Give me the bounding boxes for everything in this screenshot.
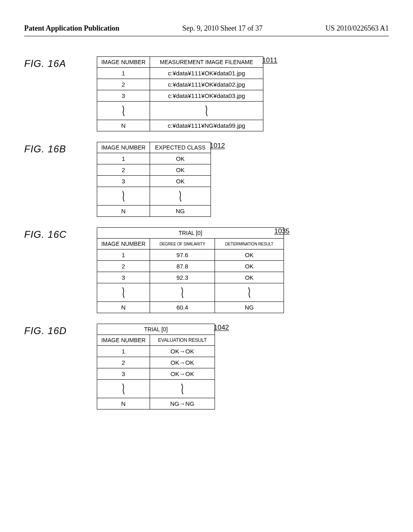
cell-similarity: 97.6 <box>150 249 215 261</box>
table-row: 3 OK→OK <box>97 368 215 380</box>
cell-class: OK <box>150 164 211 176</box>
cell-evaluation: OK→OK <box>150 346 215 357</box>
col-similarity: DEGREE OF SIMILARITY <box>150 239 215 249</box>
fig-16d-ref: 1042 <box>214 324 229 332</box>
fig-16a-table: IMAGE NUMBER MEASUREMENT IMAGE FILENAME … <box>97 56 263 131</box>
table-ellipsis-row <box>97 102 263 120</box>
table-ellipsis-row <box>97 187 211 206</box>
cell-similarity: 92.3 <box>150 272 215 283</box>
table-header-row: IMAGE NUMBER EXPECTED CLASS <box>97 142 211 153</box>
col-evaluation: EVALUATION RESULT <box>150 335 215 346</box>
cell-filename: c:¥data¥111¥OK¥data02.jpg <box>150 79 263 90</box>
fig-16b-label: FIG. 16B <box>24 142 97 155</box>
cell-number: 1 <box>97 249 150 261</box>
col-determination: DETERMINATION RESULT <box>215 239 284 249</box>
table-row: N NG <box>97 206 211 217</box>
ellipsis-icon <box>150 283 215 302</box>
cell-class: OK <box>150 153 211 164</box>
cell-similarity: 87.8 <box>150 261 215 272</box>
table-row: 2 OK→OK <box>97 357 215 368</box>
ellipsis-icon <box>97 102 150 120</box>
table-title: TRIAL [0] <box>97 228 284 239</box>
fig-16b-ref: 1012 <box>210 142 225 150</box>
cell-determination: OK <box>215 249 284 261</box>
cell-number: 3 <box>97 368 150 380</box>
cell-number: 3 <box>97 176 150 187</box>
table-row: 1 OK <box>97 153 211 164</box>
table-header-row: IMAGE NUMBER DEGREE OF SIMILARITY DETERM… <box>97 239 284 249</box>
table-title-row: TRIAL [0] <box>97 324 215 335</box>
cell-filename: c:¥data¥111¥OK¥data03.jpg <box>150 90 263 102</box>
fig-16a-table-wrap: 1011 IMAGE NUMBER MEASUREMENT IMAGE FILE… <box>97 56 263 131</box>
fig-16d-label: FIG. 16D <box>24 324 97 337</box>
table-row: 2 OK <box>97 164 211 176</box>
header-left: Patent Application Publication <box>24 24 119 33</box>
cell-number: N <box>97 398 150 409</box>
fig-16d-table: TRIAL [0] IMAGE NUMBER EVALUATION RESULT… <box>97 324 215 409</box>
fig-16b-table-wrap: 1012 IMAGE NUMBER EXPECTED CLASS 1 OK 2 … <box>97 142 211 217</box>
table-row: N NG→NG <box>97 398 215 409</box>
cell-similarity: 60.4 <box>150 302 215 313</box>
ellipsis-icon <box>150 102 263 120</box>
cell-evaluation: OK→OK <box>150 368 215 380</box>
cell-determination: NG <box>215 302 284 313</box>
table-row: N c:¥data¥111¥NG¥data99.jpg <box>97 120 263 131</box>
header-mid: Sep. 9, 2010 Sheet 17 of 37 <box>182 24 263 33</box>
table-ellipsis-row <box>97 283 284 302</box>
table-title-row: TRIAL [0] <box>97 228 284 239</box>
cell-number: 2 <box>97 79 150 90</box>
table-row: N 60.4 NG <box>97 302 284 313</box>
table-row: 3 92.3 OK <box>97 272 284 283</box>
table-row: 3 OK <box>97 176 211 187</box>
cell-number: 2 <box>97 164 150 176</box>
cell-number: 1 <box>97 68 150 79</box>
cell-class: NG <box>150 206 211 217</box>
fig-16c-table: TRIAL [0] IMAGE NUMBER DEGREE OF SIMILAR… <box>97 227 284 313</box>
fig-16c-label: FIG. 16C <box>24 227 97 240</box>
table-header-row: IMAGE NUMBER EVALUATION RESULT <box>97 335 215 346</box>
cell-evaluation: OK→OK <box>150 357 215 368</box>
ellipsis-icon <box>150 187 211 206</box>
table-row: 1 c:¥data¥111¥OK¥data01.jpg <box>97 68 263 79</box>
cell-number: N <box>97 206 150 217</box>
fig-16c-table-wrap: 1035 TRIAL [0] IMAGE NUMBER DEGREE OF SI… <box>97 227 284 313</box>
ellipsis-icon <box>97 283 150 302</box>
fig-16a-row: FIG. 16A 1011 IMAGE NUMBER MEASUREMENT I… <box>24 56 389 131</box>
table-row: 2 c:¥data¥111¥OK¥data02.jpg <box>97 79 263 90</box>
cell-number: 3 <box>97 90 150 102</box>
fig-16d-table-wrap: 1042 TRIAL [0] IMAGE NUMBER EVALUATION R… <box>97 324 215 409</box>
fig-16a-ref: 1011 <box>262 56 277 64</box>
table-row: 3 c:¥data¥111¥OK¥data03.jpg <box>97 90 263 102</box>
header-right: US 2010/0226563 A1 <box>325 24 389 33</box>
cell-filename: c:¥data¥111¥OK¥data01.jpg <box>150 68 263 79</box>
col-filename: MEASUREMENT IMAGE FILENAME <box>150 57 263 68</box>
cell-number: N <box>97 120 150 131</box>
cell-class: OK <box>150 176 211 187</box>
cell-number: N <box>97 302 150 313</box>
table-header-row: IMAGE NUMBER MEASUREMENT IMAGE FILENAME <box>97 57 263 68</box>
fig-16c-ref: 1035 <box>274 227 290 235</box>
col-image-number: IMAGE NUMBER <box>97 57 150 68</box>
table-row: 1 OK→OK <box>97 346 215 357</box>
col-image-number: IMAGE NUMBER <box>97 335 150 346</box>
ellipsis-icon <box>150 380 215 398</box>
cell-number: 1 <box>97 346 150 357</box>
cell-number: 2 <box>97 261 150 272</box>
table-ellipsis-row <box>97 380 215 398</box>
fig-16c-row: FIG. 16C 1035 TRIAL [0] IMAGE NUMBER DEG… <box>24 227 389 313</box>
col-expected-class: EXPECTED CLASS <box>150 142 211 153</box>
header-rule <box>24 36 389 36</box>
cell-number: 2 <box>97 357 150 368</box>
ellipsis-icon <box>215 283 284 302</box>
col-image-number: IMAGE NUMBER <box>97 142 150 153</box>
page-header: Patent Application Publication Sep. 9, 2… <box>24 24 389 33</box>
fig-16d-row: FIG. 16D 1042 TRIAL [0] IMAGE NUMBER EVA… <box>24 324 389 409</box>
cell-determination: OK <box>215 261 284 272</box>
cell-evaluation: NG→NG <box>150 398 215 409</box>
cell-determination: OK <box>215 272 284 283</box>
table-title: TRIAL [0] <box>97 324 215 335</box>
page-root: Patent Application Publication Sep. 9, 2… <box>0 0 413 436</box>
ellipsis-icon <box>97 187 150 206</box>
col-image-number: IMAGE NUMBER <box>97 239 150 249</box>
cell-number: 1 <box>97 153 150 164</box>
